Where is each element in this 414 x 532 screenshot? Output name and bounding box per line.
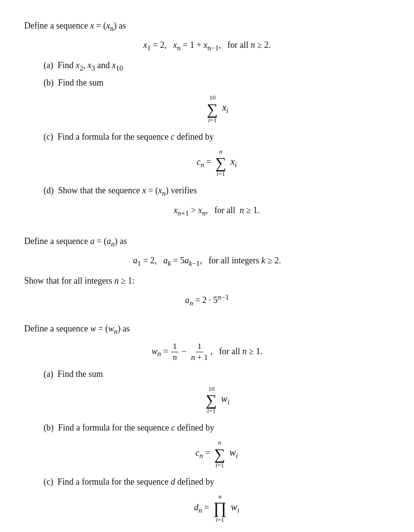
problem1-intro: Define a sequence x = (xn) as bbox=[24, 19, 390, 34]
problem1-part-d: (d) Show that the sequence x = (xn) veri… bbox=[44, 184, 390, 219]
problem2-recurrence: a1 = 2, ak = 5ak−1, for all integers k ≥… bbox=[24, 253, 390, 270]
problem-2: Define a sequence a = (an) as a1 = 2, ak… bbox=[24, 235, 390, 307]
problem3-formula: wn = 1 n − 1 n + 1 , for all n ≥ 1. bbox=[24, 341, 390, 363]
problem-3: Define a sequence w = (wn) as wn = 1 n −… bbox=[24, 322, 390, 523]
problem3-dn-formula: dn = n ∏ i=1 wi bbox=[44, 493, 390, 524]
part3a-label: (a) Find the sum bbox=[44, 368, 390, 381]
problem3-part-b: (b) Find a formula for the sequence c de… bbox=[44, 421, 390, 469]
problem3-cn-formula: cn = n ∑ i=1 wi bbox=[44, 439, 390, 469]
part-d-label: (d) Show that the sequence x = (xn) veri… bbox=[44, 184, 390, 199]
problem3-intro: Define a sequence w = (wn) as bbox=[24, 322, 390, 337]
problem1-inequality: xn+1 > xn, for all n ≥ 1. bbox=[44, 203, 390, 219]
problem1-part-a: (a) Find x2, x3 and x10 (b) Find the sum… bbox=[44, 59, 390, 124]
problem2-closed-form: an = 2 · 5n−1 bbox=[24, 293, 390, 307]
problem2-intro: Define a sequence a = (an) as bbox=[24, 235, 390, 249]
part-a-label: (a) Find x2, x3 and x10 bbox=[44, 59, 390, 73]
problem-1: Define a sequence x = (xn) as x1 = 2, xn… bbox=[24, 19, 390, 219]
problem3-part-a: (a) Find the sum 10 ∑ i=1 wi bbox=[44, 368, 390, 415]
part3c-label: (c) Find a formula for the sequence d de… bbox=[44, 475, 390, 489]
part-c-label: (c) Find a formula for the sequence c de… bbox=[44, 130, 390, 144]
part-b-label: (b) Find the sum bbox=[44, 76, 390, 89]
problem3-part-c: (c) Find a formula for the sequence d de… bbox=[44, 475, 390, 524]
part3b-label: (b) Find a formula for the sequence c de… bbox=[44, 421, 390, 434]
problem1-recurrence: x1 = 2, xn = 1 + xn−1, for all n ≥ 2. bbox=[24, 38, 390, 54]
problem3-sum-10: 10 ∑ i=1 wi bbox=[44, 386, 390, 415]
problem1-cn-formula: cn = n ∑ i=1 xi bbox=[44, 148, 390, 178]
problem2-show-text: Show that for all integers n ≥ 1: bbox=[24, 274, 390, 288]
problem1-sum-10: 10 ∑ i=1 xi bbox=[44, 94, 390, 124]
problem1-part-c: (c) Find a formula for the sequence c de… bbox=[44, 130, 390, 178]
